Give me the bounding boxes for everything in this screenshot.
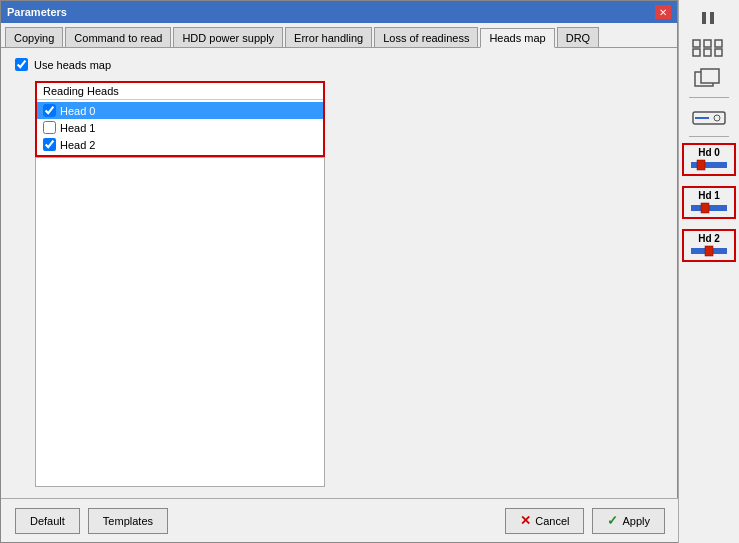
templates-button[interactable]: Templates (88, 508, 168, 534)
main-window: Parameters ✕ Copying Command to read HDD… (0, 0, 678, 543)
bottom-bar: Default Templates ✕ Cancel ✓ Apply (1, 498, 679, 542)
hd-2-icon (691, 244, 727, 258)
use-heads-map-checkbox[interactable] (15, 58, 28, 71)
svg-rect-3 (704, 40, 711, 47)
head-1-label: Head 1 (60, 122, 95, 134)
content-area: Use heads map Reading Heads Head 0 Head … (1, 48, 677, 497)
hd-1-icon (691, 201, 727, 215)
cancel-icon: ✕ (520, 513, 531, 528)
grid-icon (691, 38, 727, 58)
svg-rect-7 (715, 49, 722, 56)
bottom-right: ✕ Cancel ✓ Apply (505, 508, 665, 534)
svg-point-11 (714, 115, 720, 121)
head-2-checkbox[interactable] (43, 138, 56, 151)
sidebar-divider-2 (689, 136, 729, 137)
hdd-icon (691, 107, 727, 127)
tab-bar: Copying Command to read HDD power supply… (1, 23, 677, 48)
head-0-label: Head 0 (60, 105, 95, 117)
hd-box-2: Hd 2 (682, 229, 736, 262)
hd-box-0: Hd 0 (682, 143, 736, 176)
sidebar-icon-2[interactable] (684, 34, 734, 62)
reading-heads-title: Reading Heads (37, 83, 323, 100)
hd-box-1: Hd 1 (682, 186, 736, 219)
hd-2-label: Hd 2 (698, 233, 720, 244)
reading-heads-list: Head 0 Head 1 Head 2 (37, 100, 323, 155)
svg-rect-14 (697, 160, 705, 170)
tab-command-to-read[interactable]: Command to read (65, 27, 171, 47)
svg-rect-1 (710, 12, 714, 24)
tab-heads-map[interactable]: Heads map (480, 28, 554, 48)
tab-copying[interactable]: Copying (5, 27, 63, 47)
cancel-button[interactable]: ✕ Cancel (505, 508, 584, 534)
hd-0-label: Hd 0 (698, 147, 720, 158)
apply-button[interactable]: ✓ Apply (592, 508, 665, 534)
hd-0-icon (691, 158, 727, 172)
use-heads-map-label: Use heads map (34, 59, 111, 71)
head-item-2[interactable]: Head 2 (37, 136, 323, 153)
head-1-checkbox[interactable] (43, 121, 56, 134)
tab-error-handling[interactable]: Error handling (285, 27, 372, 47)
svg-rect-6 (704, 49, 711, 56)
main-content-panel (35, 157, 325, 487)
copy-icon (691, 68, 727, 88)
reading-heads-box: Reading Heads Head 0 Head 1 Head 2 (35, 81, 325, 157)
hd-spacer-2 (682, 222, 736, 226)
svg-rect-0 (702, 12, 706, 24)
svg-rect-18 (705, 246, 713, 256)
head-2-label: Head 2 (60, 139, 95, 151)
apply-icon: ✓ (607, 513, 618, 528)
close-button[interactable]: ✕ (655, 5, 671, 19)
svg-rect-13 (691, 162, 727, 168)
sidebar-icon-hdd[interactable] (684, 103, 734, 131)
default-button[interactable]: Default (15, 508, 80, 534)
pause-icon (694, 8, 724, 28)
svg-rect-2 (693, 40, 700, 47)
tab-loss-of-readiness[interactable]: Loss of readiness (374, 27, 478, 47)
sidebar-divider-1 (689, 97, 729, 98)
sidebar-icon-3[interactable] (684, 64, 734, 92)
svg-rect-9 (701, 69, 719, 83)
right-sidebar: Hd 0 Hd 1 Hd 2 (678, 0, 739, 543)
svg-rect-16 (701, 203, 709, 213)
window-title: Parameters (7, 6, 67, 18)
head-0-checkbox[interactable] (43, 104, 56, 117)
hd-1-label: Hd 1 (698, 190, 720, 201)
tab-hdd-power-supply[interactable]: HDD power supply (173, 27, 283, 47)
bottom-left: Default Templates (15, 508, 168, 534)
head-item-1[interactable]: Head 1 (37, 119, 323, 136)
tab-drq[interactable]: DRQ (557, 27, 599, 47)
sidebar-icon-1[interactable] (684, 4, 734, 32)
center-content: Reading Heads Head 0 Head 1 Head 2 (35, 81, 663, 487)
title-bar: Parameters ✕ (1, 1, 677, 23)
use-heads-row: Use heads map (15, 58, 663, 71)
head-item-0[interactable]: Head 0 (37, 102, 323, 119)
svg-rect-4 (715, 40, 722, 47)
svg-rect-5 (693, 49, 700, 56)
hd-spacer-1 (682, 179, 736, 183)
